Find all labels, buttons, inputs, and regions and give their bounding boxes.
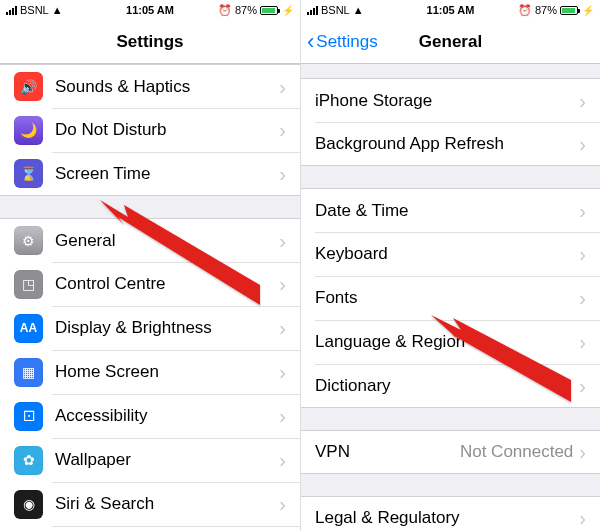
row-screentime[interactable]: ⌛ Screen Time ›	[0, 152, 300, 196]
row-fonts[interactable]: Fonts ›	[301, 276, 600, 320]
chevron-right-icon: ›	[579, 91, 586, 111]
back-label: Settings	[316, 32, 377, 52]
row-wallpaper[interactable]: ✿ Wallpaper ›	[0, 438, 300, 482]
row-label: VPN	[315, 442, 460, 462]
row-general[interactable]: ⚙ General ›	[0, 218, 300, 262]
row-language-region[interactable]: Language & Region ›	[301, 320, 600, 364]
chevron-right-icon: ›	[579, 201, 586, 221]
chevron-right-icon: ›	[279, 77, 286, 97]
row-label: Legal & Regulatory	[315, 508, 579, 528]
row-iphone-storage[interactable]: iPhone Storage ›	[301, 78, 600, 122]
carrier-label: BSNL	[321, 4, 350, 16]
row-keyboard[interactable]: Keyboard ›	[301, 232, 600, 276]
row-label: Date & Time	[315, 201, 579, 221]
row-dnd[interactable]: 🌙 Do Not Disturb ›	[0, 108, 300, 152]
row-detail: Not Connected	[460, 442, 573, 462]
row-label: Keyboard	[315, 244, 579, 264]
alarm-icon: ⏰	[218, 4, 232, 17]
row-label: Wallpaper	[55, 450, 279, 470]
row-label: Sounds & Haptics	[55, 77, 279, 97]
chevron-right-icon: ›	[279, 450, 286, 470]
wifi-icon: ▲	[52, 4, 63, 16]
chevron-right-icon: ›	[579, 244, 586, 264]
chevron-right-icon: ›	[279, 362, 286, 382]
chevron-right-icon: ›	[579, 288, 586, 308]
row-label: Accessibility	[55, 406, 279, 426]
chevron-right-icon: ›	[579, 442, 586, 462]
row-date-time[interactable]: Date & Time ›	[301, 188, 600, 232]
row-home-screen[interactable]: ▦ Home Screen ›	[0, 350, 300, 394]
accessibility-icon: ⚀	[14, 402, 43, 431]
nav-bar: ‹ Settings General	[301, 20, 600, 64]
chevron-right-icon: ›	[579, 134, 586, 154]
row-label: Screen Time	[55, 164, 279, 184]
status-bar: BSNL ▲ 11:05 AM ⏰ 87% ⚡	[0, 0, 300, 20]
battery-icon	[260, 6, 278, 15]
chevron-right-icon: ›	[279, 494, 286, 514]
gear-icon: ⚙	[14, 226, 43, 255]
chevron-right-icon: ›	[279, 164, 286, 184]
flower-icon: ✿	[14, 446, 43, 475]
hourglass-icon: ⌛	[14, 159, 43, 188]
aa-icon: AA	[14, 314, 43, 343]
row-dictionary[interactable]: Dictionary ›	[301, 364, 600, 408]
chevron-left-icon: ‹	[307, 31, 314, 53]
row-label: Siri & Search	[55, 494, 279, 514]
page-title: Settings	[0, 32, 300, 52]
row-label: General	[55, 231, 279, 251]
row-label: iPhone Storage	[315, 91, 579, 111]
chevron-right-icon: ›	[579, 376, 586, 396]
sounds-icon: 🔊	[14, 72, 43, 101]
chevron-right-icon: ›	[279, 120, 286, 140]
charging-icon: ⚡	[282, 5, 294, 16]
row-label: Language & Region	[315, 332, 579, 352]
nav-bar: Settings	[0, 20, 300, 64]
row-label: Background App Refresh	[315, 134, 579, 154]
settings-list[interactable]: 🔊 Sounds & Haptics › 🌙 Do Not Disturb › …	[0, 64, 300, 531]
moon-icon: 🌙	[14, 116, 43, 145]
row-label: Display & Brightness	[55, 318, 279, 338]
general-list[interactable]: iPhone Storage › Background App Refresh …	[301, 64, 600, 531]
chevron-right-icon: ›	[579, 508, 586, 528]
back-button[interactable]: ‹ Settings	[301, 31, 378, 53]
status-bar: BSNL ▲ 11:05 AM ⏰ 87% ⚡	[301, 0, 600, 20]
carrier-label: BSNL	[20, 4, 49, 16]
row-sounds[interactable]: 🔊 Sounds & Haptics ›	[0, 64, 300, 108]
charging-icon: ⚡	[582, 5, 594, 16]
signal-icon	[6, 6, 17, 15]
phone-settings: BSNL ▲ 11:05 AM ⏰ 87% ⚡ Settings 🔊 Sound…	[0, 0, 300, 531]
row-control-centre[interactable]: ◳ Control Centre ›	[0, 262, 300, 306]
siri-icon: ◉	[14, 490, 43, 519]
row-label: Dictionary	[315, 376, 579, 396]
row-legal[interactable]: Legal & Regulatory ›	[301, 496, 600, 531]
alarm-icon: ⏰	[518, 4, 532, 17]
chevron-right-icon: ›	[279, 231, 286, 251]
row-label: Home Screen	[55, 362, 279, 382]
row-accessibility[interactable]: ⚀ Accessibility ›	[0, 394, 300, 438]
chevron-right-icon: ›	[579, 332, 586, 352]
toggles-icon: ◳	[14, 270, 43, 299]
phone-general: BSNL ▲ 11:05 AM ⏰ 87% ⚡ ‹ Settings Gener…	[300, 0, 600, 531]
chevron-right-icon: ›	[279, 318, 286, 338]
row-label: Do Not Disturb	[55, 120, 279, 140]
row-touchid[interactable]: ◎ Touch ID & Passcode ›	[0, 526, 300, 531]
signal-icon	[307, 6, 318, 15]
row-bg-refresh[interactable]: Background App Refresh ›	[301, 122, 600, 166]
battery-icon	[560, 6, 578, 15]
row-label: Control Centre	[55, 274, 279, 294]
chevron-right-icon: ›	[279, 274, 286, 294]
row-label: Fonts	[315, 288, 579, 308]
grid-icon: ▦	[14, 358, 43, 387]
battery-pct: 87%	[535, 4, 557, 16]
row-display[interactable]: AA Display & Brightness ›	[0, 306, 300, 350]
row-siri[interactable]: ◉ Siri & Search ›	[0, 482, 300, 526]
row-vpn[interactable]: VPN Not Connected ›	[301, 430, 600, 474]
chevron-right-icon: ›	[279, 406, 286, 426]
battery-pct: 87%	[235, 4, 257, 16]
wifi-icon: ▲	[353, 4, 364, 16]
